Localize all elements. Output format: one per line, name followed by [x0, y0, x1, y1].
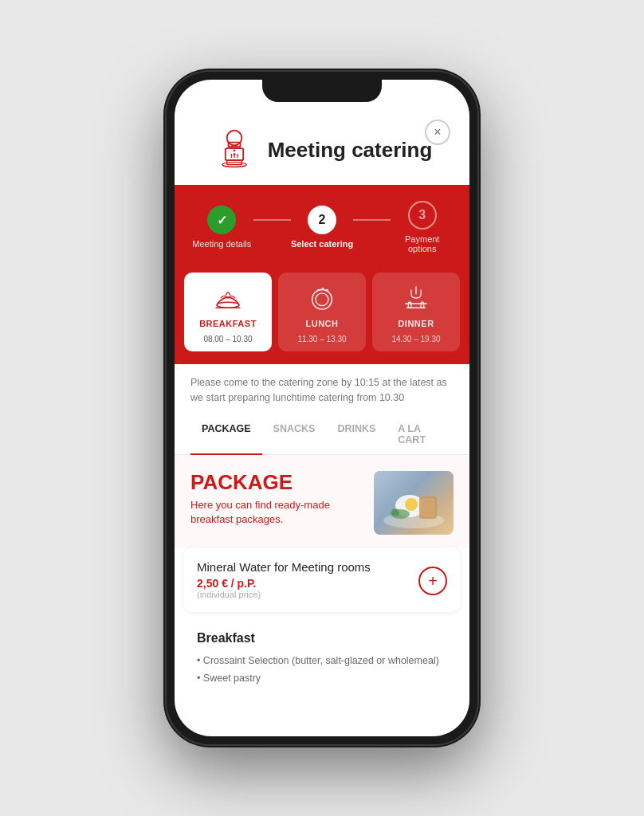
breakfast-list-item-2: Sweet pastry [197, 669, 447, 688]
meal-selector: BREAKFAST 08.00 – 10.30 LUNCH 11.30 – 13… [175, 273, 469, 364]
tab-snacks[interactable]: SNACKS [262, 415, 327, 455]
svg-point-14 [405, 498, 418, 511]
package-description: Here you can find ready-made breakfast p… [190, 498, 361, 527]
tabs-bar: PACKAGE SNACKS DRINKS A LA CART [175, 415, 469, 455]
dinner-label: DINNER [398, 319, 434, 328]
step-1-circle: ✓ [207, 206, 236, 234]
meal-lunch[interactable]: LUNCH 11.30 – 13.30 [278, 273, 366, 351]
svg-point-18 [391, 508, 399, 516]
lunch-label: LUNCH [306, 319, 339, 328]
package-image [374, 471, 454, 535]
breakfast-item-title: Breakfast [197, 631, 447, 645]
step-3[interactable]: 3 Payment options [391, 201, 454, 253]
product-header: Mineral Water for Meeting rooms 2,50 € /… [197, 560, 447, 599]
header-title: Meeting catering [268, 138, 433, 163]
package-text: PACKAGE Here you can find ready-made bre… [190, 471, 361, 528]
step-2-circle: 2 [308, 206, 336, 234]
package-section: PACKAGE Here you can find ready-made bre… [175, 455, 469, 547]
lunch-icon [304, 284, 340, 312]
notch [262, 80, 382, 102]
meal-breakfast[interactable]: BREAKFAST 08.00 – 10.30 [184, 273, 272, 351]
step-1[interactable]: ✓ Meeting details [190, 206, 253, 249]
svg-point-3 [233, 150, 235, 152]
phone-frame: × [167, 72, 477, 744]
svg-point-7 [217, 302, 239, 308]
steps-banner: ✓ Meeting details 2 Select catering 3 Pa… [175, 185, 469, 273]
meal-dinner[interactable]: DINNER 14.30 – 19.30 [372, 273, 460, 351]
step-line-1 [253, 219, 291, 221]
step-1-label: Meeting details [192, 239, 251, 249]
breakfast-icon [210, 284, 245, 312]
tab-package[interactable]: PACKAGE [190, 415, 262, 455]
catering-icon [212, 128, 257, 172]
product-price: 2,50 € / p.P. [197, 577, 371, 590]
product-price-note: (individual price) [197, 590, 371, 599]
step-2[interactable]: 2 Select catering [291, 206, 354, 249]
step-3-label: Payment options [391, 234, 454, 253]
product-mineral-water: Mineral Water for Meeting rooms 2,50 € /… [184, 547, 460, 612]
tab-drinks[interactable]: DRINKS [326, 415, 387, 455]
breakfast-item: Breakfast Crossaint Selection (butter, s… [184, 618, 460, 700]
product-name: Mineral Water for Meeting rooms [197, 560, 371, 574]
step-2-label: Select catering [291, 239, 353, 249]
tab-alacart[interactable]: A LA CART [387, 415, 454, 455]
dinner-time: 14.30 – 19.30 [391, 335, 440, 343]
breakfast-label: BREAKFAST [199, 319, 257, 328]
screen-content: Meeting catering ✓ Meeting details 2 Sel… [175, 80, 469, 736]
step-3-circle: 3 [408, 201, 437, 230]
breakfast-list-item-1: Crossaint Selection (butter, salt-glazed… [197, 652, 447, 670]
close-button[interactable]: × [425, 120, 450, 145]
svg-point-9 [316, 293, 328, 306]
page-header: Meeting catering [175, 112, 469, 185]
step-line-2 [353, 219, 391, 221]
svg-point-8 [312, 289, 332, 309]
add-mineral-water-button[interactable]: + [418, 567, 447, 595]
dinner-icon [399, 284, 434, 312]
svg-rect-16 [421, 498, 435, 517]
info-text: Please come to the catering zone by 10:1… [175, 364, 469, 415]
product-info: Mineral Water for Meeting rooms 2,50 € /… [197, 560, 371, 599]
breakfast-time: 08.00 – 10.30 [203, 335, 252, 343]
lunch-time: 11.30 – 13.30 [297, 335, 346, 343]
food-placeholder [374, 471, 454, 535]
package-title: PACKAGE [190, 471, 361, 494]
phone-screen: × [175, 80, 469, 736]
